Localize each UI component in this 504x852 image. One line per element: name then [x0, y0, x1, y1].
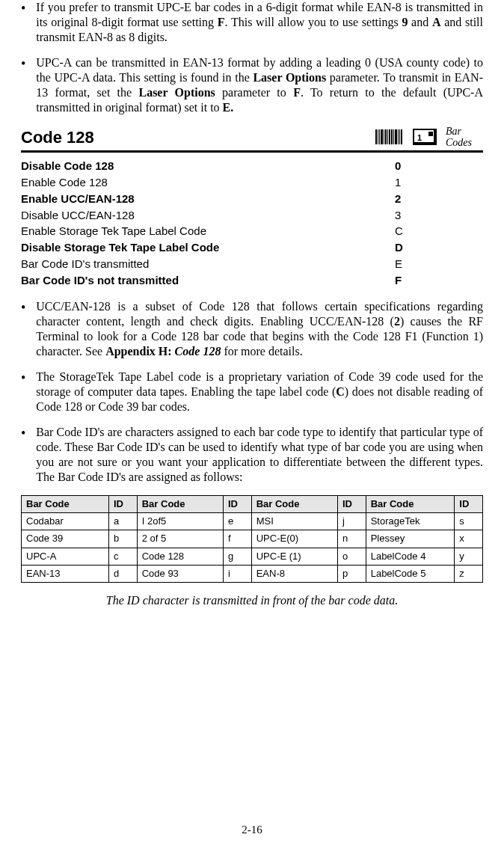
- table-cell: j: [337, 513, 366, 530]
- table-cell: Codabar: [22, 513, 109, 530]
- table-header-cell: ID: [109, 495, 138, 512]
- table-body: CodabaraI 2of5eMSIjStorageTeksCode 39b2 …: [22, 513, 483, 583]
- table-header-cell: ID: [337, 495, 366, 512]
- table-cell: o: [337, 548, 366, 565]
- bullet-icon: •: [21, 371, 25, 384]
- setting-value: 2: [395, 191, 425, 207]
- top-bullet-list: • If you prefer to transmit UPC-E bar co…: [21, 0, 483, 115]
- table-cell: EAN-8: [251, 565, 337, 582]
- text-span: parameter to: [215, 86, 293, 99]
- table-cell: z: [455, 565, 483, 582]
- table-cell: LabelCode 5: [366, 565, 455, 582]
- text-span: E.: [223, 101, 234, 114]
- table-header-cell: Bar Code: [137, 495, 223, 512]
- table-cell: 2 of 5: [137, 530, 223, 548]
- text-span: Appendix H:: [105, 345, 174, 358]
- bullet-icon: •: [21, 301, 25, 314]
- table-cell: g: [223, 548, 251, 565]
- setting-label: Disable Storage Tek Tape Label Code: [21, 240, 395, 257]
- setting-value: 0: [395, 159, 425, 175]
- section-title: Code 128: [21, 127, 94, 148]
- page: • If you prefer to transmit UPC-E bar co…: [0, 0, 504, 852]
- table-header-cell: Bar Code: [366, 495, 455, 512]
- bullet-text: UCC/EAN-128 is a subset of Code 128 that…: [36, 299, 483, 359]
- barcode-icon: [374, 129, 404, 144]
- table-cell: a: [109, 513, 138, 530]
- section-icons: Bar Codes: [374, 126, 483, 149]
- list-item: • The StorageTek Tape Label code is a pr…: [21, 370, 483, 414]
- table-cell: i: [223, 565, 251, 582]
- table-header-cell: Bar Code: [22, 495, 109, 512]
- barcode-id-table: Bar CodeIDBar CodeIDBar CodeIDBar CodeID…: [21, 495, 483, 583]
- settings-row: Enable Storage Tek Tape Label CodeC: [21, 224, 425, 240]
- settings-row: Disable Storage Tek Tape Label CodeD: [21, 240, 425, 257]
- setting-label: Enable Storage Tek Tape Label Code: [21, 224, 395, 240]
- icon-label-line: Codes: [446, 137, 472, 148]
- table-header-cell: ID: [455, 495, 483, 512]
- text-span: 2: [394, 315, 400, 328]
- table-cell: d: [109, 565, 138, 582]
- table-header-cell: Bar Code: [251, 495, 337, 512]
- list-item: • UCC/EAN-128 is a subset of Code 128 th…: [21, 299, 483, 359]
- setting-value: 3: [395, 207, 425, 224]
- setting-label: Enable Code 128: [21, 175, 395, 191]
- table-cell: Code 39: [22, 530, 109, 548]
- settings-table: Disable Code 1280Enable Code 1281Enable …: [21, 159, 425, 289]
- table-cell: n: [337, 530, 366, 548]
- bullet-text: If you prefer to transmit UPC-E bar code…: [36, 0, 483, 45]
- text-span: F: [293, 86, 301, 99]
- table-cell: LabelCode 4: [366, 548, 455, 565]
- text-span: C: [336, 385, 345, 398]
- setting-value: D: [395, 240, 425, 257]
- table-cell: e: [223, 513, 251, 530]
- table-cell: UPC-E (1): [251, 548, 337, 565]
- table-cell: x: [455, 530, 483, 548]
- text-span: Laser Options: [253, 71, 326, 84]
- setting-value: E: [395, 256, 425, 272]
- settings-row: Bar Code ID's not transmittedF: [21, 272, 425, 289]
- bullet-text: The StorageTek Tape Label code is a prop…: [36, 370, 483, 414]
- page-number: 2-16: [0, 823, 504, 837]
- table-cell: Code 93: [137, 565, 223, 582]
- table-row: UPC-AcCode 128gUPC-E (1)oLabelCode 4y: [22, 548, 483, 565]
- table-cell: I 2of5: [137, 513, 223, 530]
- table-cell: EAN-13: [22, 565, 109, 582]
- settings-row: Bar Code ID's transmittedE: [21, 256, 425, 272]
- table-row: EAN-13dCode 93iEAN-8pLabelCode 5z: [22, 565, 483, 582]
- setting-label: Bar Code ID's not transmitted: [21, 272, 395, 289]
- icon-label-line: Bar: [446, 126, 461, 137]
- setting-value: F: [395, 272, 425, 289]
- text-span: Laser Options: [138, 86, 215, 99]
- table-cell: s: [455, 513, 483, 530]
- text-span: F: [218, 16, 225, 28]
- table-cell: StorageTek: [366, 513, 455, 530]
- text-span: A: [432, 16, 441, 28]
- settings-row: Disable UCC/EAN-1283: [21, 207, 425, 224]
- setting-value: C: [395, 224, 425, 240]
- settings-row: Disable Code 1280: [21, 159, 425, 175]
- table-cell: c: [109, 548, 138, 565]
- table-cell: Code 128: [137, 548, 223, 565]
- table-cell: p: [337, 565, 366, 582]
- setting-label: Enable UCC/EAN-128: [21, 191, 395, 207]
- table-cell: UPC-A: [22, 548, 109, 565]
- list-item: • UPC-A can be transmitted in EAN-13 for…: [21, 55, 483, 115]
- table-cell: y: [455, 548, 483, 565]
- table-cell: f: [223, 530, 251, 548]
- footer-note: The ID character is transmitted in front…: [21, 593, 483, 608]
- bullet-text: Bar Code ID's are characters assigned to…: [36, 425, 483, 485]
- text-span: and: [408, 16, 432, 28]
- setting-label: Disable Code 128: [21, 159, 395, 175]
- settings-row: Enable Code 1281: [21, 175, 425, 191]
- table-cell: Plessey: [366, 530, 455, 548]
- bullet-icon: •: [21, 57, 25, 70]
- table-row: CodabaraI 2of5eMSIjStorageTeks: [22, 513, 483, 530]
- table-cell: MSI: [251, 513, 337, 530]
- icon-label: Bar Codes: [446, 126, 483, 149]
- bullet-icon: •: [21, 426, 25, 440]
- mid-bullet-list: • UCC/EAN-128 is a subset of Code 128 th…: [21, 299, 483, 485]
- bullet-icon: •: [21, 1, 25, 15]
- key-icon: [413, 129, 437, 145]
- setting-value: 1: [395, 175, 425, 191]
- text-span: . This will allow you to use settings: [225, 16, 402, 28]
